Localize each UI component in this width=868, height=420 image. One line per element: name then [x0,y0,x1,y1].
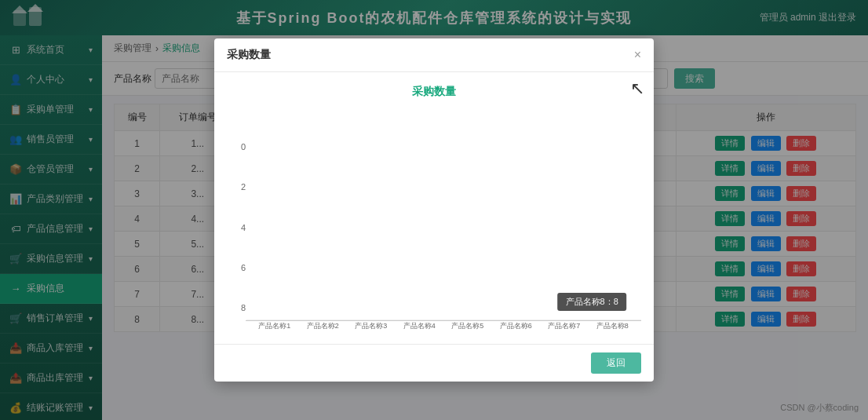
chart-y-axis: 8 6 4 2 0 [227,143,246,331]
chart-title: 采购数量 [227,85,641,99]
x-label: 产品名称6 [495,321,538,331]
chart-inner: 产品名称1：1.2产品名称2：2.1产品名称3：2.8产品名称4：3.5产品名称… [246,320,641,331]
x-label: 产品名称1 [253,321,296,331]
x-label: 产品名称4 [399,321,441,331]
bar-tooltip: 产品名称8：8 [558,293,626,311]
chart-x-labels: 产品名称1产品名称2产品名称3产品名称4产品名称5产品名称6产品名称7产品名称8 [246,321,641,331]
modal-overlay[interactable]: 采购数量 × 采购数量 8 6 4 2 0 [0,0,868,420]
x-label: 产品名称5 [447,321,489,331]
x-label: 产品名称3 [350,321,392,331]
modal-footer: 返回 [214,344,654,382]
modal-back-button[interactable]: 返回 [591,352,641,374]
modal-body: 采购数量 8 6 4 2 0 [214,72,654,344]
x-label: 产品名称7 [543,321,585,331]
chart-modal: 采购数量 × 采购数量 8 6 4 2 0 [214,38,654,382]
x-label: 产品名称2 [302,321,345,331]
y-label-2: 2 [227,183,246,192]
chart-plot: 产品名称1：1.2产品名称2：2.1产品名称3：2.8产品名称4：3.5产品名称… [246,320,641,321]
y-label-8: 8 [227,304,246,312]
modal-close-button[interactable]: × [634,49,641,61]
y-label-6: 6 [227,264,246,272]
modal-header: 采购数量 × [214,38,654,72]
y-label-4: 4 [227,224,246,232]
chart-container: 8 6 4 2 0 [227,111,641,331]
grid-line-8 [246,320,641,320]
y-label-0: 0 [227,143,246,152]
modal-title: 采购数量 [227,48,271,62]
x-label: 产品名称8 [592,321,634,331]
